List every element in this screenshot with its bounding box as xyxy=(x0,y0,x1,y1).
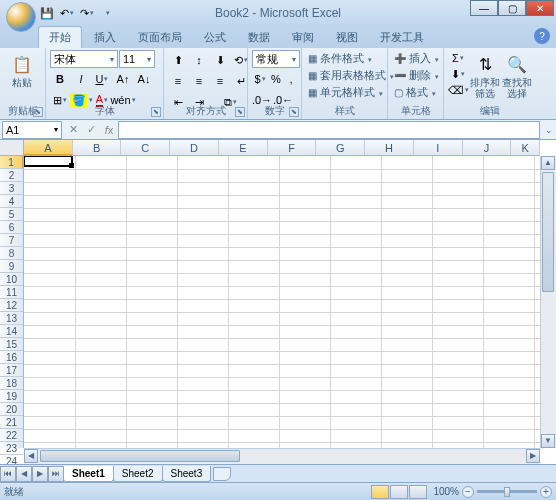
autosum-button[interactable]: Σ▾ xyxy=(448,50,468,66)
align-center-button[interactable]: ≡ xyxy=(189,71,209,91)
font-name-combo[interactable]: 宋体▾ xyxy=(50,50,118,68)
row-header-4[interactable]: 4 xyxy=(0,195,23,208)
col-header-B[interactable]: B xyxy=(73,140,122,155)
number-format-combo[interactable]: 常规▾ xyxy=(252,50,300,68)
cells-area[interactable] xyxy=(24,156,540,448)
row-header-12[interactable]: 12 xyxy=(0,299,23,312)
minimize-button[interactable]: — xyxy=(470,0,498,16)
row-header-14[interactable]: 14 xyxy=(0,325,23,338)
italic-button[interactable]: I xyxy=(71,69,91,89)
name-box[interactable]: A1▾ xyxy=(2,121,62,139)
row-header-9[interactable]: 9 xyxy=(0,260,23,273)
row-header-3[interactable]: 3 xyxy=(0,182,23,195)
comma-button[interactable]: , xyxy=(284,69,298,89)
sheet-first-icon[interactable]: ⏮ xyxy=(0,466,16,482)
sheet-tab-Sheet3[interactable]: Sheet3 xyxy=(162,466,212,482)
align-right-button[interactable]: ≡ xyxy=(210,71,230,91)
align-middle-button[interactable]: ↕ xyxy=(189,50,209,70)
decrease-font-button[interactable]: A↓ xyxy=(134,69,154,89)
increase-font-button[interactable]: A↑ xyxy=(113,69,133,89)
horizontal-scrollbar[interactable]: ◀ ▶ xyxy=(24,448,540,464)
scroll-right-icon[interactable]: ▶ xyxy=(526,449,540,463)
align-top-button[interactable]: ⬆ xyxy=(168,50,188,70)
row-header-8[interactable]: 8 xyxy=(0,247,23,260)
zoom-slider[interactable] xyxy=(477,490,537,493)
sort-filter-button[interactable]: ⇅ 排序和 筛选 xyxy=(470,50,500,99)
align-dialog-icon[interactable]: ⬊ xyxy=(235,107,245,117)
row-header-5[interactable]: 5 xyxy=(0,208,23,221)
conditional-format-button[interactable]: ▦ 条件格式 ▾ xyxy=(306,50,396,67)
qat-customize-icon[interactable]: ▾ xyxy=(98,4,116,22)
redo-icon[interactable]: ↷▾ xyxy=(78,4,96,22)
vertical-scrollbar[interactable]: ▲ ▼ xyxy=(540,156,556,448)
col-header-H[interactable]: H xyxy=(365,140,414,155)
fill-button[interactable]: ⬇▾ xyxy=(448,66,468,82)
col-header-F[interactable]: F xyxy=(268,140,317,155)
maximize-button[interactable]: ▢ xyxy=(498,0,526,16)
col-header-C[interactable]: C xyxy=(121,140,170,155)
clipboard-dialog-icon[interactable]: ⬊ xyxy=(33,107,43,117)
currency-button[interactable]: $▾ xyxy=(252,69,268,89)
tab-审阅[interactable]: 审阅 xyxy=(282,27,324,48)
expand-formula-bar-icon[interactable]: ⌄ xyxy=(542,125,556,135)
vscroll-thumb[interactable] xyxy=(542,172,554,292)
cell-styles-button[interactable]: ▦ 单元格样式 ▾ xyxy=(306,84,396,101)
new-sheet-button[interactable] xyxy=(213,467,231,481)
scroll-left-icon[interactable]: ◀ xyxy=(24,449,38,463)
col-header-G[interactable]: G xyxy=(316,140,365,155)
zoom-percent[interactable]: 100% xyxy=(433,486,459,497)
sheet-tab-Sheet2[interactable]: Sheet2 xyxy=(113,466,163,482)
tab-数据[interactable]: 数据 xyxy=(238,27,280,48)
row-header-21[interactable]: 21 xyxy=(0,416,23,429)
page-break-view-button[interactable] xyxy=(409,485,427,499)
row-header-17[interactable]: 17 xyxy=(0,364,23,377)
cancel-formula-icon[interactable]: ✕ xyxy=(64,121,82,139)
delete-cells-button[interactable]: ➖ 删除 ▾ xyxy=(392,67,441,84)
sheet-next-icon[interactable]: ▶ xyxy=(32,466,48,482)
office-button[interactable] xyxy=(6,2,36,32)
percent-button[interactable]: % xyxy=(269,69,283,89)
insert-cells-button[interactable]: ➕ 插入 ▾ xyxy=(392,50,441,67)
close-button[interactable]: ✕ xyxy=(526,0,554,16)
row-header-2[interactable]: 2 xyxy=(0,169,23,182)
tab-开发工具[interactable]: 开发工具 xyxy=(370,27,434,48)
row-header-13[interactable]: 13 xyxy=(0,312,23,325)
format-as-table-button[interactable]: ▦ 套用表格格式 ▾ xyxy=(306,67,396,84)
normal-view-button[interactable] xyxy=(371,485,389,499)
formula-input[interactable] xyxy=(118,121,540,139)
tab-页面布局[interactable]: 页面布局 xyxy=(128,27,192,48)
col-header-D[interactable]: D xyxy=(170,140,219,155)
paste-button[interactable]: 📋 粘贴 xyxy=(4,50,40,88)
hscroll-thumb[interactable] xyxy=(40,450,240,462)
col-header-J[interactable]: J xyxy=(463,140,512,155)
sheet-tab-Sheet1[interactable]: Sheet1 xyxy=(63,466,114,482)
row-header-16[interactable]: 16 xyxy=(0,351,23,364)
zoom-in-button[interactable]: + xyxy=(540,486,552,498)
enter-formula-icon[interactable]: ✓ xyxy=(82,121,100,139)
page-layout-view-button[interactable] xyxy=(390,485,408,499)
zoom-thumb[interactable] xyxy=(504,487,510,497)
format-cells-button[interactable]: ▢ 格式 ▾ xyxy=(392,84,441,101)
select-all-corner[interactable] xyxy=(0,140,24,156)
sheet-prev-icon[interactable]: ◀ xyxy=(16,466,32,482)
row-header-23[interactable]: 23 xyxy=(0,442,23,455)
zoom-out-button[interactable]: − xyxy=(462,486,474,498)
row-header-20[interactable]: 20 xyxy=(0,403,23,416)
undo-icon[interactable]: ↶▾ xyxy=(58,4,76,22)
row-header-1[interactable]: 1 xyxy=(0,156,23,169)
row-header-22[interactable]: 22 xyxy=(0,429,23,442)
row-header-18[interactable]: 18 xyxy=(0,377,23,390)
active-cell[interactable] xyxy=(24,156,73,167)
clear-button[interactable]: ⌫▾ xyxy=(448,82,468,98)
col-header-K[interactable]: K xyxy=(511,140,540,155)
bold-button[interactable]: B xyxy=(50,69,70,89)
col-header-E[interactable]: E xyxy=(219,140,268,155)
sheet-last-icon[interactable]: ⏭ xyxy=(48,466,64,482)
col-header-I[interactable]: I xyxy=(414,140,463,155)
find-select-button[interactable]: 🔍 查找和 选择 xyxy=(502,50,532,99)
insert-function-icon[interactable]: fx xyxy=(100,121,118,139)
row-header-10[interactable]: 10 xyxy=(0,273,23,286)
save-icon[interactable]: 💾 xyxy=(38,4,56,22)
help-icon[interactable]: ? xyxy=(534,28,550,44)
row-header-11[interactable]: 11 xyxy=(0,286,23,299)
